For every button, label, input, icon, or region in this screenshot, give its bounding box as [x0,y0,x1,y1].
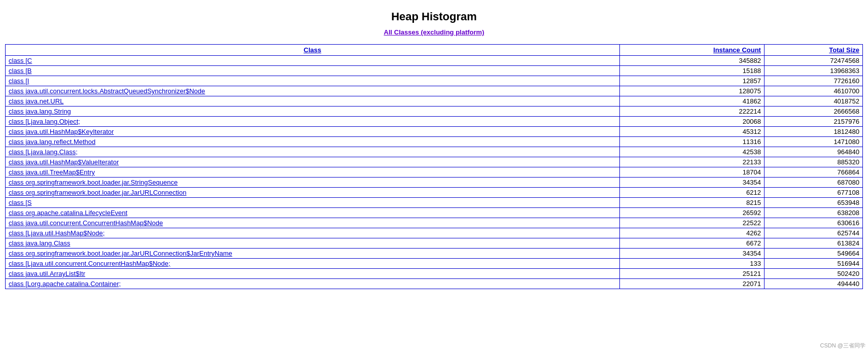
class-link[interactable]: class [Lorg.apache.catalina.Container; [9,280,121,288]
total-size-cell: 1471080 [764,137,862,147]
table-row: class java.util.concurrent.ConcurrentHas… [6,218,863,228]
class-link[interactable]: class org.springframework.boot.loader.ja… [9,189,186,196]
class-cell: class [C [6,56,620,66]
instance-count-cell: 128075 [619,86,764,96]
table-container: Class Instance Count Total Size class [C… [5,44,863,289]
instance-count-cell: 8215 [619,198,764,208]
class-cell: class [Ljava.lang.Object; [6,117,620,127]
total-size-cell: 1812480 [764,127,862,137]
page-title: Heap Histogram [0,0,868,28]
total-size-cell: 766864 [764,167,862,178]
instance-count-cell: 4262 [619,228,764,238]
class-cell: class java.lang.reflect.Method [6,137,620,147]
instance-count-header-link[interactable]: Instance Count [713,46,761,54]
table-row: class java.util.TreeMap$Entry18704766864 [6,167,863,178]
table-body: class [C34588272474568class [B1518813968… [6,56,863,289]
heap-histogram-table: Class Instance Count Total Size class [C… [5,44,863,289]
class-cell: class java.util.concurrent.locks.Abstrac… [6,86,620,96]
class-link[interactable]: class [I [9,77,29,85]
class-column-header: Class [6,45,620,56]
total-size-cell: 7726160 [764,76,862,86]
class-link[interactable]: class [S [9,199,32,206]
table-row: class [C34588272474568 [6,56,863,66]
total-size-cell: 653948 [764,198,862,208]
class-link[interactable]: class java.util.TreeMap$Entry [9,168,95,176]
class-cell: class [Ljava.lang.Class; [6,147,620,157]
table-row: class [Ljava.lang.Class;42538964840 [6,147,863,157]
class-cell: class [I [6,76,620,86]
table-row: class [B1518813968363 [6,66,863,76]
total-size-cell: 4018752 [764,96,862,107]
class-link[interactable]: class [Ljava.util.HashMap$Node; [9,229,105,237]
class-link[interactable]: class java.lang.reflect.Method [9,138,95,146]
instance-count-cell: 22071 [619,279,764,289]
class-cell: class java.util.concurrent.ConcurrentHas… [6,218,620,228]
total-size-cell: 4610700 [764,86,862,96]
total-size-cell: 625744 [764,228,862,238]
class-cell: class java.util.HashMap$ValueIterator [6,157,620,167]
instance-count-cell: 6672 [619,238,764,249]
table-row: class java.util.HashMap$KeyIterator45312… [6,127,863,137]
class-link[interactable]: class java.util.concurrent.locks.Abstrac… [9,87,205,95]
instance-count-cell: 26592 [619,208,764,218]
class-cell: class java.util.ArrayList$Itr [6,269,620,279]
instance-count-cell: 15188 [619,66,764,76]
table-row: class [Ljava.util.concurrent.ConcurrentH… [6,259,863,269]
class-link[interactable]: class org.springframework.boot.loader.ja… [9,250,232,257]
class-cell: class org.apache.catalina.LifecycleEvent [6,208,620,218]
instance-count-cell: 45312 [619,127,764,137]
class-link[interactable]: class [C [9,57,32,64]
table-row: class java.util.HashMap$ValueIterator221… [6,157,863,167]
class-cell: class [Lorg.apache.catalina.Container; [6,279,620,289]
total-size-cell: 687080 [764,178,862,188]
table-row: class java.lang.reflect.Method1131614710… [6,137,863,147]
instance-count-cell: 11316 [619,137,764,147]
class-cell: class org.springframework.boot.loader.ja… [6,249,620,259]
total-size-cell: 638208 [764,208,862,218]
class-link[interactable]: class [Ljava.lang.Class; [9,148,78,156]
class-link[interactable]: class java.lang.String [9,108,71,115]
class-header-link[interactable]: Class [304,46,322,54]
total-size-cell: 964840 [764,147,862,157]
instance-count-cell: 42538 [619,147,764,157]
table-row: class java.net.URL418624018752 [6,96,863,107]
class-cell: class org.springframework.boot.loader.ja… [6,178,620,188]
table-row: class [Ljava.util.HashMap$Node;426262574… [6,228,863,238]
total-size-header-link[interactable]: Total Size [829,46,859,54]
table-row: class java.util.concurrent.locks.Abstrac… [6,86,863,96]
class-link[interactable]: class org.apache.catalina.LifecycleEvent [9,209,127,217]
class-link[interactable]: class java.util.ArrayList$Itr [9,270,85,277]
class-link[interactable]: class java.util.concurrent.ConcurrentHas… [9,219,163,227]
class-cell: class java.lang.String [6,107,620,117]
instance-count-cell: 34354 [619,249,764,259]
table-header-row: Class Instance Count Total Size [6,45,863,56]
total-size-cell: 502420 [764,269,862,279]
table-row: class java.lang.Class6672613824 [6,238,863,249]
total-size-cell: 885320 [764,157,862,167]
class-link[interactable]: class java.util.HashMap$ValueIterator [9,158,119,166]
all-classes-link[interactable]: All Classes (excluding platform) [384,28,484,36]
instance-count-column-header: Instance Count [619,45,764,56]
class-link[interactable]: class java.net.URL [9,97,63,105]
class-link[interactable]: class [Ljava.util.concurrent.ConcurrentH… [9,260,170,267]
instance-count-cell: 18704 [619,167,764,178]
class-cell: class [S [6,198,620,208]
table-row: class org.springframework.boot.loader.ja… [6,249,863,259]
class-link[interactable]: class [B [9,67,32,75]
class-cell: class java.lang.Class [6,238,620,249]
table-row: class [Lorg.apache.catalina.Container;22… [6,279,863,289]
instance-count-cell: 6212 [619,188,764,198]
total-size-cell: 630616 [764,218,862,228]
table-row: class java.util.ArrayList$Itr25121502420 [6,269,863,279]
class-link[interactable]: class java.util.HashMap$KeyIterator [9,128,114,135]
instance-count-cell: 222214 [619,107,764,117]
table-row: class org.apache.catalina.LifecycleEvent… [6,208,863,218]
instance-count-cell: 22522 [619,218,764,228]
class-link[interactable]: class [Ljava.lang.Object; [9,118,80,125]
class-link[interactable]: class org.springframework.boot.loader.ja… [9,179,178,186]
table-row: class [S8215653948 [6,198,863,208]
total-size-cell: 613824 [764,238,862,249]
instance-count-cell: 20068 [619,117,764,127]
total-size-cell: 2666568 [764,107,862,117]
class-link[interactable]: class java.lang.Class [9,239,70,247]
